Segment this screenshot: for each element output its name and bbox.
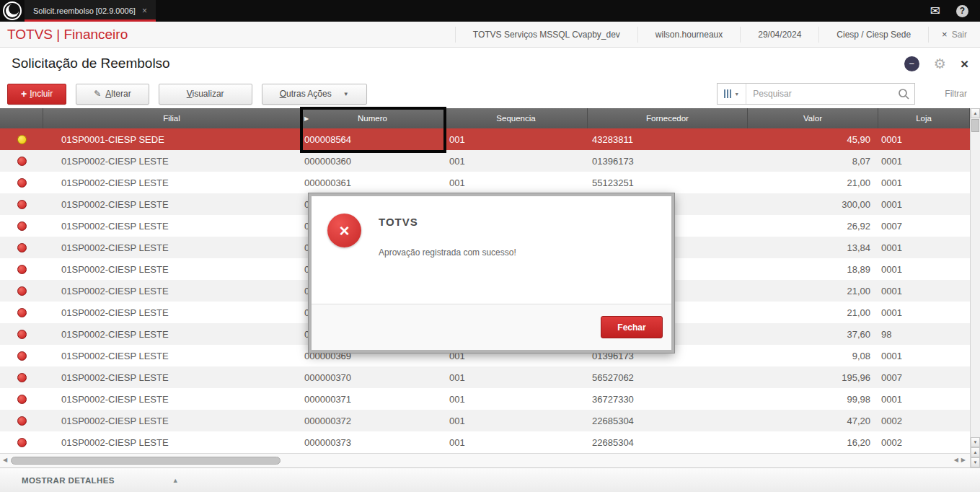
column-header-fornecedor[interactable]: Fornecedor xyxy=(588,108,748,128)
routine-actions: − ⚙ × xyxy=(904,56,968,71)
status-icon xyxy=(17,330,27,339)
app-title: TOTVS | Financeiro xyxy=(0,27,128,43)
cell-loja: 0001 xyxy=(878,345,970,366)
vertical-scrollbar[interactable]: ▲ ▼ ▲ ▼ xyxy=(970,108,980,467)
cell-filial: 01SP0002-CIESP LESTE xyxy=(43,172,301,193)
table-row[interactable]: 01SP0002-CIESP LESTE 000000371 001 36727… xyxy=(0,388,970,410)
scroll-up-icon: ▲ xyxy=(974,111,978,115)
pencil-icon: ✎ xyxy=(94,89,101,99)
column-header-fornecedor-label: Fornecedor xyxy=(646,114,689,123)
cell-numero: 000000371 xyxy=(301,388,445,410)
cell-sequencia: 001 xyxy=(445,172,588,193)
page-up-icon: ▲ xyxy=(974,450,978,454)
cell-filial: 01SP0002-CIESP LESTE xyxy=(43,215,301,237)
cell-valor: 8,07 xyxy=(748,150,878,172)
totvs-logo-icon[interactable] xyxy=(0,0,25,22)
page-title: Solicitação de Reembolso xyxy=(12,56,170,71)
column-header-filial[interactable]: Filial xyxy=(43,108,301,128)
scroll-up-button[interactable]: ▲ xyxy=(971,108,980,118)
column-picker-button[interactable]: ▼ xyxy=(718,84,746,104)
tab-solicit-reembolso[interactable]: Solicit.reembolso [02.9.0006] × xyxy=(25,0,156,22)
scroll-track[interactable] xyxy=(971,133,980,437)
app-window: Solicit.reembolso [02.9.0006] × ✉ ? TOTV… xyxy=(0,0,980,492)
mostrar-detalhes-toggle[interactable]: MOSTRAR DETALHES xyxy=(22,476,115,485)
cell-fornecedor: 01396173 xyxy=(588,150,748,172)
scroll-right-icon[interactable]: ▶ xyxy=(961,457,966,463)
row-status-cell xyxy=(0,150,43,172)
cell-filial: 01SP0002-CIESP LESTE xyxy=(43,280,301,302)
column-header-valor-label: Valor xyxy=(803,114,822,123)
row-status-cell xyxy=(0,410,43,431)
grid-header: Filial ▶ Numero Sequencia Fornecedor Val… xyxy=(0,108,970,128)
dialog-title: TOTVS xyxy=(379,216,418,228)
branch-label: Ciesp / Ciesp Sede xyxy=(818,27,928,43)
table-row[interactable]: 01SP0002-CIESP LESTE 000000372 001 22685… xyxy=(0,410,970,431)
user-label: wilson.hourneaux xyxy=(637,27,740,43)
settings-icon[interactable]: ⚙ xyxy=(934,57,946,71)
column-header-loja[interactable]: Loja xyxy=(878,108,970,128)
status-icon xyxy=(17,438,27,447)
cell-valor: 13,84 xyxy=(748,237,878,258)
x-glyph: × xyxy=(339,221,349,241)
footer-bar: MOSTRAR DETALHES ▲ xyxy=(0,467,980,492)
outras-acoes-button[interactable]: Outras Ações ▼ xyxy=(262,84,367,105)
cell-filial: 01SP0002-CIESP LESTE xyxy=(43,345,301,366)
incluir-button[interactable]: + Incluir xyxy=(7,84,66,105)
close-routine-icon[interactable]: × xyxy=(961,57,968,71)
status-icon xyxy=(17,178,27,188)
collapse-menu-icon[interactable]: − xyxy=(904,56,919,71)
dialog-x-circle-icon: × xyxy=(327,214,361,247)
action-toolbar: + Incluir ✎ Alterar Visualizar Outras Aç… xyxy=(0,79,980,108)
logout-button[interactable]: × Sair xyxy=(928,27,980,43)
cell-valor: 45,90 xyxy=(748,128,878,150)
horizontal-scrollbar[interactable]: ◀ ◀ ▶ xyxy=(0,453,970,467)
column-header-valor[interactable]: Valor xyxy=(748,108,878,128)
table-row[interactable]: 01SP0002-CIESP LESTE 000000360 001 01396… xyxy=(0,150,970,172)
horizontal-scroll-thumb[interactable] xyxy=(11,457,281,465)
vertical-scroll-thumb[interactable] xyxy=(971,119,979,132)
details-toggle-icon[interactable]: ▲ xyxy=(172,477,179,484)
table-row[interactable]: 01SP0002-CIESP LESTE 000000361 001 55123… xyxy=(0,172,970,193)
table-row[interactable]: 01SP0002-CIESP LESTE 000000370 001 56527… xyxy=(0,366,970,388)
cell-loja: 0001 xyxy=(878,302,970,323)
cell-loja: 0001 xyxy=(878,237,970,258)
row-status-cell xyxy=(0,237,43,258)
cell-fornecedor: 22685304 xyxy=(588,431,748,453)
search-group: ▼ xyxy=(717,83,915,105)
filtrar-link[interactable]: Filtrar xyxy=(945,89,967,99)
scroll-down-button[interactable]: ▼ xyxy=(971,437,980,447)
cell-valor: 26,92 xyxy=(748,215,878,237)
help-icon[interactable]: ? xyxy=(956,5,968,17)
cell-filial: 01SP0002-CIESP LESTE xyxy=(43,193,301,215)
fechar-button[interactable]: Fechar xyxy=(601,316,663,338)
search-icon[interactable] xyxy=(898,88,910,103)
visualizar-button[interactable]: Visualizar xyxy=(159,84,252,105)
status-icon xyxy=(17,351,27,361)
column-header-sequencia[interactable]: Sequencia xyxy=(445,108,588,128)
row-status-cell xyxy=(0,280,43,302)
scroll-right-arrows[interactable]: ◀ ▶ xyxy=(954,457,966,463)
table-row[interactable]: 01SP0002-CIESP LESTE 000000373 001 22685… xyxy=(0,431,970,453)
scroll-left-icon[interactable]: ◀ xyxy=(3,457,7,463)
page-up-button[interactable]: ▲ xyxy=(971,447,980,457)
tab-close-icon[interactable]: × xyxy=(142,6,147,15)
session-info: TOTVS Serviços MSSQL Cvapby_dev wilson.h… xyxy=(455,22,980,47)
table-row[interactable]: 01SP0001-CIESP SEDE 000008564 001 432838… xyxy=(0,128,970,150)
minus-glyph: − xyxy=(909,58,915,69)
current-column-marker-icon: ▶ xyxy=(304,115,309,122)
page-down-button[interactable]: ▼ xyxy=(971,457,980,467)
alterar-button[interactable]: ✎ Alterar xyxy=(76,84,149,105)
scroll-left-icon[interactable]: ◀ xyxy=(954,457,958,463)
row-status-cell xyxy=(0,128,43,150)
column-header-loja-label: Loja xyxy=(916,114,932,123)
mail-icon[interactable]: ✉ xyxy=(930,5,940,17)
cell-valor: 9,08 xyxy=(748,345,878,366)
status-icon xyxy=(17,221,27,231)
search-input[interactable] xyxy=(746,84,914,104)
cell-valor: 21,00 xyxy=(748,280,878,302)
cell-valor: 300,00 xyxy=(748,193,878,215)
cell-numero: 000000370 xyxy=(301,366,445,388)
column-header-numero[interactable]: ▶ Numero xyxy=(301,108,445,128)
routine-title-bar: Solicitação de Reembolso − ⚙ × xyxy=(0,48,980,79)
column-header-status[interactable] xyxy=(0,108,43,128)
